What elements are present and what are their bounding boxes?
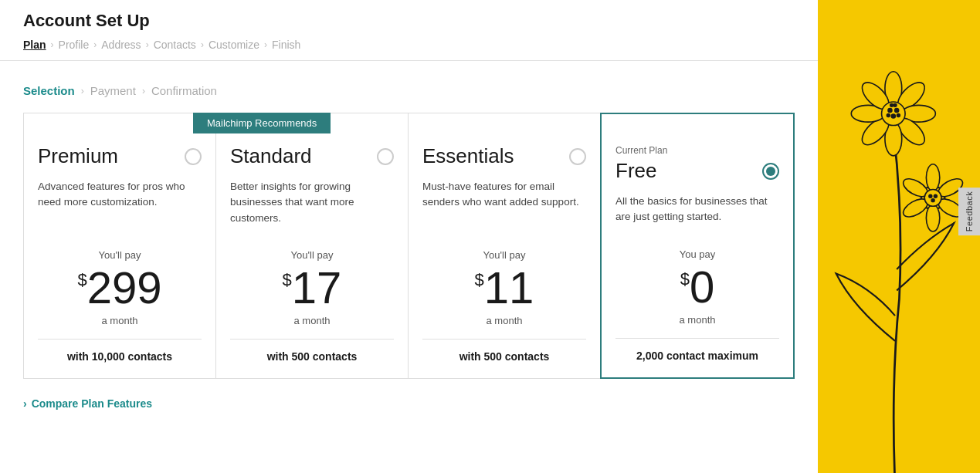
price-row: $ 17 [230,265,394,310]
price-period: a month [38,315,202,326]
breadcrumb-contacts[interactable]: Contacts [154,39,196,51]
plan-pricing: You'll pay $ 299 a month [38,249,202,326]
plan-contacts: with 500 contacts [422,339,586,363]
plan-radio[interactable] [762,163,779,180]
plan-name: Premium [38,144,118,168]
svg-point-13 [887,114,890,117]
plan-description: Must-have features for email senders who… [422,179,586,226]
plan-contacts: with 500 contacts [230,339,394,363]
plan-pricing: You'll pay $ 17 a month [230,249,394,326]
plans-grid: Premium Advanced features for pros who n… [23,113,795,379]
plans-wrapper: Mailchimp Recommends Premium Advanced fe… [23,113,795,379]
svg-point-26 [934,195,937,198]
page-title: Account Set Up [23,11,795,31]
price-row: $ 299 [38,265,202,310]
plan-contacts: 2,000 contact maximum [615,338,779,362]
mailchimp-recommends-badge: Mailchimp Recommends [193,113,331,133]
price-amount: 0 [690,265,714,309]
price-amount: 17 [292,265,342,310]
plan-contacts: with 10,000 contacts [38,339,202,363]
svg-point-24 [924,189,941,206]
you-pay-label: You'll pay [422,249,586,261]
breadcrumb-plan[interactable]: Plan [23,39,46,51]
plan-card-premium[interactable]: Premium Advanced features for pros who n… [24,113,216,378]
price-dollar-sign: $ [475,272,484,289]
svg-point-18 [926,164,939,191]
price-period: a month [422,315,586,326]
sub-breadcrumb: Selection › Payment › Confirmation [23,84,795,97]
svg-point-12 [892,114,895,117]
compare-plan-features-link[interactable]: › Compare Plan Features [23,397,795,410]
feedback-wrapper: Feedback [958,188,980,238]
svg-point-25 [929,195,931,198]
sub-breadcrumb-confirmation[interactable]: Confirmation [151,84,217,97]
plan-name: Free [615,159,656,183]
price-row: $ 11 [422,265,586,310]
svg-point-15 [890,104,893,106]
breadcrumb-sep-5: › [264,39,267,50]
price-amount: 299 [87,265,162,310]
sub-breadcrumb-sep-1: › [81,86,84,96]
feedback-button[interactable]: Feedback [958,188,980,235]
svg-point-10 [888,109,891,112]
breadcrumb-sep-3: › [146,39,149,50]
compare-chevron-icon: › [23,397,27,410]
price-row: $ 0 [615,265,779,309]
breadcrumb-address[interactable]: Address [101,39,141,51]
svg-point-14 [897,114,900,117]
plan-card-standard[interactable]: Standard Better insights for growing bus… [216,113,409,378]
price-period: a month [230,315,394,326]
sub-breadcrumb-sep-2: › [142,86,145,96]
breadcrumb-profile[interactable]: Profile [59,39,90,51]
breadcrumb-sep-4: › [201,39,204,50]
plan-header: Free [615,159,779,183]
plan-radio[interactable] [569,148,586,165]
plan-header: Standard [230,144,394,168]
plan-radio[interactable] [377,148,394,165]
you-pay-label: You'll pay [38,249,202,261]
price-dollar-sign: $ [680,271,690,288]
svg-point-16 [894,104,896,106]
plan-radio[interactable] [185,148,202,165]
breadcrumb-finish[interactable]: Finish [272,39,300,51]
price-amount: 11 [484,265,534,310]
breadcrumb-sep-2: › [93,39,97,50]
plan-pricing: You pay $ 0 a month [615,248,779,326]
compare-link-label: Compare Plan Features [32,397,152,410]
breadcrumb: Plan › Profile › Address › Contacts › Cu… [23,39,795,60]
sub-breadcrumb-selection[interactable]: Selection [23,84,75,97]
sub-breadcrumb-payment[interactable]: Payment [90,84,136,97]
price-dollar-sign: $ [283,272,292,289]
breadcrumb-sep-1: › [51,39,54,50]
sidebar-yellow: Feedback [818,0,980,473]
price-dollar-sign: $ [77,272,86,289]
plan-header: Essentials [422,144,586,168]
svg-point-11 [895,109,898,112]
flower-illustration [818,46,980,473]
price-period: a month [615,314,779,326]
svg-point-27 [931,199,934,201]
plan-description: All the basics for businesses that are j… [615,194,779,225]
breadcrumb-customize[interactable]: Customize [209,39,259,51]
plan-card-essentials[interactable]: Essentials Must-have features for email … [409,113,601,378]
plan-description: Better insights for growing businesses t… [230,179,394,226]
plan-header: Premium [38,144,202,168]
plan-card-free[interactable]: Current Plan Free All the basics for bus… [600,113,795,379]
you-pay-label: You pay [615,248,779,260]
current-plan-label: Current Plan [615,145,779,156]
svg-point-21 [926,204,939,231]
plan-name: Essentials [422,144,514,168]
you-pay-label: You'll pay [230,249,394,261]
plan-pricing: You'll pay $ 11 a month [422,249,586,326]
plan-name: Standard [230,144,312,168]
plan-description: Advanced features for pros who need more… [38,179,202,226]
